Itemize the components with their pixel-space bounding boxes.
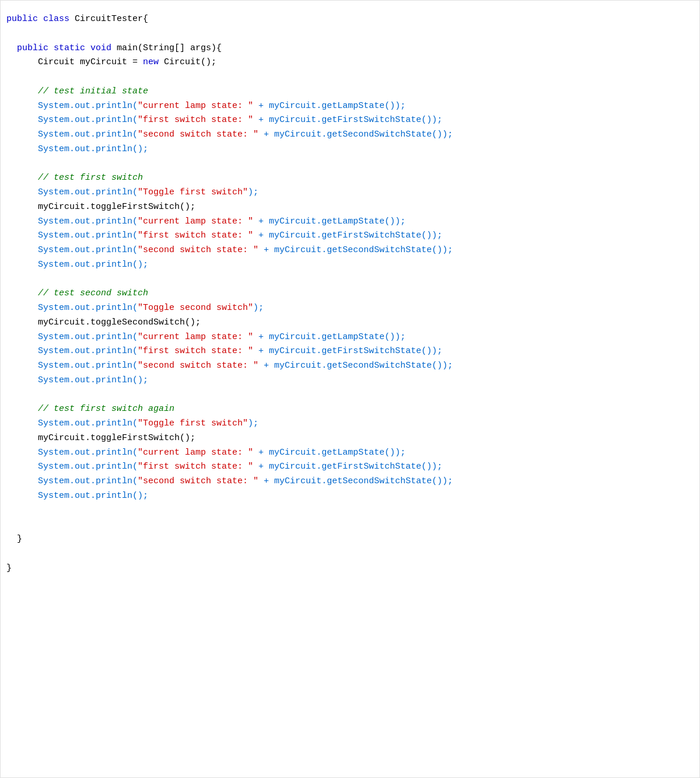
token-system: System — [38, 361, 69, 371]
token-string: "second switch state: " — [138, 245, 258, 255]
code-line: myCircuit.toggleFirstSwitch(); — [6, 431, 694, 446]
token-plain: myCircuit.toggleSecondSwitch(); — [6, 318, 201, 327]
code-line: myCircuit.toggleSecondSwitch(); — [6, 316, 694, 330]
token-string: "Toggle second switch" — [138, 303, 253, 313]
code-line: } — [6, 532, 694, 547]
token-system: System — [38, 115, 69, 125]
token-system: + myCircuit.getFirstSwitchState()); — [253, 115, 442, 125]
token-system: + myCircuit.getSecondSwitchState()); — [258, 245, 453, 255]
token-string: "current lamp state: " — [138, 448, 253, 458]
token-system: .out.println( — [69, 418, 138, 428]
code-line: System.out.println(); — [6, 258, 694, 273]
token-system: System — [38, 346, 69, 356]
token-system: System.out.println(); — [38, 491, 148, 501]
token-plain — [6, 130, 38, 139]
token-plain — [6, 260, 38, 270]
token-system: .out.println( — [69, 476, 138, 486]
token-plain — [6, 231, 38, 240]
token-system: + myCircuit.getFirstSwitchState()); — [253, 231, 442, 240]
token-system: + myCircuit.getLampState()); — [253, 217, 405, 226]
token-string: "second switch state: " — [138, 476, 258, 486]
code-line: myCircuit.toggleFirstSwitch(); — [6, 200, 694, 215]
code-line: System.out.println("second switch state:… — [6, 475, 694, 489]
code-line: System.out.println("second switch state:… — [6, 243, 694, 258]
token-plain: } — [6, 534, 22, 544]
token-plain — [6, 491, 38, 501]
code-line: System.out.println("Toggle first switch"… — [6, 417, 694, 431]
token-plain — [6, 462, 38, 472]
code-line: System.out.println("Toggle second switch… — [6, 301, 694, 316]
token-system: ); — [253, 303, 264, 313]
token-system: + myCircuit.getSecondSwitchState()); — [258, 476, 453, 486]
token-system: .out.println( — [69, 130, 138, 139]
token-plain: myCircuit.toggleFirstSwitch(); — [6, 433, 195, 443]
token-plain — [6, 361, 38, 371]
token-system: + myCircuit.getSecondSwitchState()); — [258, 130, 453, 139]
token-comment: // test initial state — [6, 86, 148, 96]
token-plain: CircuitTester{ — [75, 14, 148, 24]
token-system: System — [38, 245, 69, 255]
code-line: // test second switch — [6, 287, 694, 301]
token-comment: // test second switch — [6, 288, 148, 298]
token-plain: myCircuit.toggleFirstSwitch(); — [6, 202, 195, 212]
token-plain — [6, 476, 38, 486]
token-system: System — [38, 101, 69, 111]
token-string: "Toggle first switch" — [138, 187, 248, 197]
token-system: System — [38, 130, 69, 139]
token-system: System — [38, 476, 69, 486]
token-system: System.out.println(); — [38, 144, 148, 154]
code-line: System.out.println("Toggle first switch"… — [6, 186, 694, 200]
token-keyword: public — [17, 43, 54, 53]
code-line — [6, 273, 694, 287]
code-line — [6, 157, 694, 172]
token-plain — [6, 303, 38, 313]
token-system: System — [38, 462, 69, 472]
code-line — [6, 504, 694, 518]
code-line — [6, 518, 694, 532]
token-system: + myCircuit.getFirstSwitchState()); — [253, 346, 442, 356]
token-string: "first switch state: " — [138, 462, 253, 472]
token-system: System.out.println(); — [38, 260, 148, 270]
token-plain — [6, 245, 38, 255]
code-editor: public class CircuitTester{ public stati… — [0, 0, 700, 778]
token-system: System — [38, 217, 69, 226]
code-line: System.out.println(); — [6, 374, 694, 388]
token-string: "first switch state: " — [138, 231, 253, 240]
code-line: System.out.println("current lamp state: … — [6, 330, 694, 345]
token-system: .out.println( — [69, 217, 138, 226]
code-line: System.out.println("second switch state:… — [6, 359, 694, 374]
token-system: System.out.println(); — [38, 375, 148, 385]
token-system: .out.println( — [69, 187, 138, 197]
token-system: .out.println( — [69, 101, 138, 111]
token-plain: } — [6, 563, 12, 573]
code-line: System.out.println("current lamp state: … — [6, 446, 694, 460]
code-line — [6, 27, 694, 41]
token-plain — [6, 43, 17, 53]
token-plain — [6, 217, 38, 226]
token-keyword: new — [143, 57, 164, 67]
token-plain — [6, 187, 38, 197]
code-line: System.out.println("first switch state: … — [6, 113, 694, 128]
token-system: .out.println( — [69, 115, 138, 125]
token-system: .out.println( — [69, 448, 138, 458]
token-system: .out.println( — [69, 245, 138, 255]
token-system: + myCircuit.getLampState()); — [253, 332, 405, 342]
code-line: // test first switch again — [6, 402, 694, 417]
token-system: .out.println( — [69, 303, 138, 313]
code-line: System.out.println(); — [6, 489, 694, 504]
code-line: Circuit myCircuit = new Circuit(); — [6, 55, 694, 70]
token-plain — [6, 115, 38, 125]
code-line: // test initial state — [6, 85, 694, 99]
code-line — [6, 547, 694, 561]
token-system: System — [38, 303, 69, 313]
code-line: System.out.println("first switch state: … — [6, 229, 694, 243]
token-system: .out.println( — [69, 231, 138, 240]
token-system: + myCircuit.getSecondSwitchState()); — [258, 361, 453, 371]
token-plain: Circuit myCircuit = — [6, 57, 143, 67]
token-plain — [6, 418, 38, 428]
code-line — [6, 388, 694, 403]
token-system: + myCircuit.getLampState()); — [253, 101, 405, 111]
token-system: ); — [248, 418, 258, 428]
code-line: System.out.println("current lamp state: … — [6, 99, 694, 114]
code-line: System.out.println("second switch state:… — [6, 128, 694, 142]
